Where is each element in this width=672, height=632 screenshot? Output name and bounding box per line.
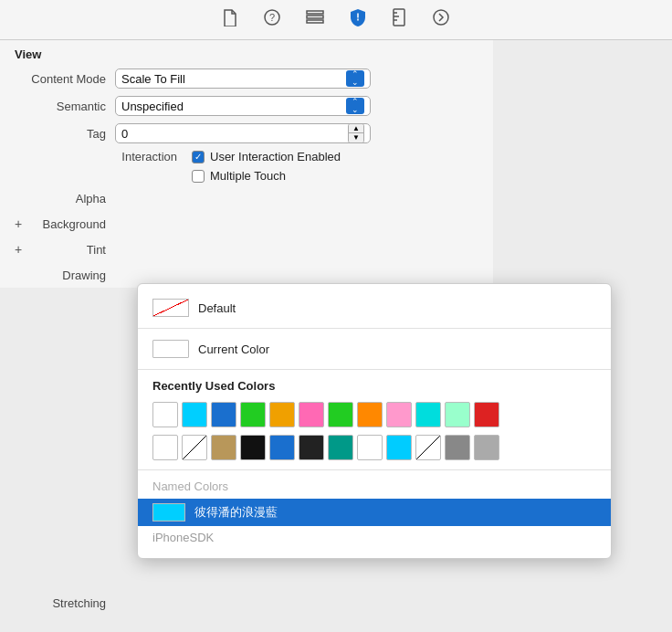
color-cell-11[interactable] [445,402,470,427]
color-cell-9[interactable] [386,402,412,427]
color-cell-7[interactable] [328,402,353,427]
color-cell-13[interactable] [152,435,178,460]
dropdown-default-label: Default [198,301,236,315]
color-grid-row2 [138,431,611,464]
color-dropdown: Default Current Color Recently Used Colo… [137,283,612,559]
svg-rect-5 [394,9,404,26]
semantic-value: Unspecified [121,100,342,113]
svg-rect-4 [307,20,323,23]
color-cell-2[interactable] [182,402,207,427]
list-icon[interactable] [306,10,324,29]
content-mode-label: Content Mode [15,72,115,86]
named-color-swatch [152,503,185,521]
dropdown-current-color-item[interactable]: Current Color [138,334,611,363]
content-mode-arrow-icon[interactable] [346,70,364,87]
dropdown-current-color-label: Current Color [198,342,269,356]
interaction-label: Interaction [115,150,186,163]
semantic-arrow-icon[interactable] [346,98,364,114]
separator-3 [138,469,611,470]
default-color-swatch [152,299,189,317]
file-icon[interactable] [222,8,238,31]
named-colors-label: Named Colors [138,476,611,499]
color-cell-16[interactable] [240,435,266,460]
stretching-label: Stretching [15,596,115,610]
named-color-selected-label: 彼得潘的浪漫藍 [194,504,278,521]
named-color-selected-row[interactable]: 彼得潘的浪漫藍 [138,499,611,526]
svg-rect-3 [307,16,323,18]
color-cell-17[interactable] [269,435,295,460]
help-icon[interactable]: ? [264,9,280,30]
drawing-label: Drawing [15,269,115,282]
multiple-touch-row: Multiple Touch [0,166,493,185]
content-mode-value: Scale To Fill [121,72,342,86]
tag-decrement-button[interactable]: ▼ [349,133,363,142]
tag-increment-button[interactable]: ▲ [349,124,363,133]
color-cell-20[interactable] [357,435,383,460]
view-section-header: View [0,40,493,65]
color-cell-14[interactable] [182,435,207,460]
tag-field[interactable]: 0 ▲ ▼ [115,123,371,143]
content-mode-row: Content Mode Scale To Fill [0,65,493,92]
iphoneSDK-label: iPhoneSDK [152,531,214,544]
color-cell-4[interactable] [240,402,266,427]
svg-text:?: ? [269,12,275,23]
recently-used-label: Recently Used Colors [138,375,611,398]
alpha-label: Alpha [15,192,115,205]
color-cell-21[interactable] [386,435,412,460]
stretching-row: Stretching [0,593,130,614]
current-color-swatch [152,340,189,358]
named-color-iphoneSDK-row[interactable]: iPhoneSDK [138,526,611,549]
color-cell-12[interactable] [474,402,499,427]
semantic-select[interactable]: Unspecified [115,96,371,116]
dropdown-default-item[interactable]: Default [138,293,611,322]
color-cell-1[interactable] [152,402,178,427]
ruler-icon[interactable] [392,8,406,31]
tint-plus-icon[interactable]: + [15,242,27,257]
tint-row: + Tint [0,237,493,262]
separator-2 [138,369,611,370]
multiple-touch-label: Multiple Touch [210,169,286,183]
user-interaction-row: Interaction ✓ User Interaction Enabled [0,147,493,166]
tag-label: Tag [15,127,115,141]
semantic-label: Semantic [15,100,115,113]
arrow-right-icon[interactable] [432,9,450,30]
color-cell-24[interactable] [474,435,499,460]
svg-rect-2 [307,11,323,14]
checkmark-icon: ✓ [194,153,202,162]
color-cell-3[interactable] [211,402,236,427]
color-grid-row1 [138,398,611,431]
svg-point-9 [434,10,448,25]
color-cell-15[interactable] [211,435,236,460]
toolbar: ? [0,0,672,40]
color-cell-6[interactable] [299,402,324,427]
tag-stepper[interactable]: ▲ ▼ [348,123,364,143]
color-cell-8[interactable] [357,402,383,427]
semantic-row: Semantic Unspecified [0,92,493,120]
background-row: + Background [0,211,493,237]
color-cell-19[interactable] [328,435,353,460]
color-cell-5[interactable] [269,402,295,427]
content-mode-select[interactable]: Scale To Fill [115,68,371,89]
color-cell-23[interactable] [445,435,470,460]
shield-icon[interactable] [350,8,366,31]
user-interaction-label: User Interaction Enabled [210,150,341,163]
color-cell-18[interactable] [299,435,324,460]
alpha-row: Alpha [0,185,493,211]
inspector-panel: View Content Mode Scale To Fill Semantic… [0,40,493,288]
multiple-touch-checkbox[interactable] [192,170,205,183]
tag-value: 0 [121,127,348,141]
user-interaction-checkbox[interactable]: ✓ [192,151,205,163]
color-cell-22[interactable] [415,435,441,460]
separator-1 [138,328,611,329]
color-cell-10[interactable] [415,402,441,427]
background-label: Background [27,217,115,231]
tag-row: Tag 0 ▲ ▼ [0,120,493,147]
tint-label: Tint [27,243,115,257]
background-plus-icon[interactable]: + [15,216,27,231]
